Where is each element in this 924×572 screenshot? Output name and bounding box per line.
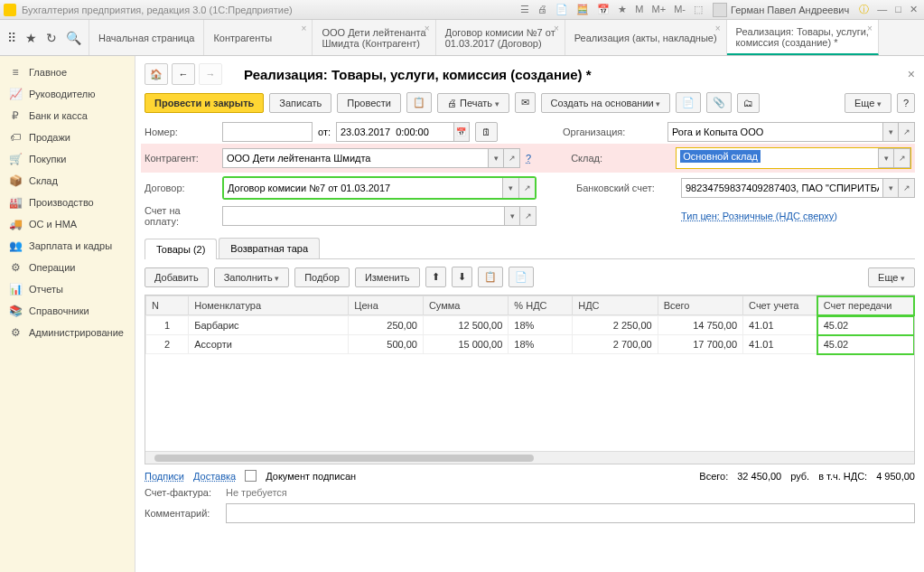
- paste-button[interactable]: 📄: [509, 267, 534, 287]
- sidebar-item-purchases[interactable]: 🛒Покупки: [0, 148, 135, 170]
- sidebar-item-main[interactable]: ≡Главное: [0, 61, 135, 83]
- home-button[interactable]: 🏠: [145, 63, 168, 85]
- sidebar-item-production[interactable]: 🏭Производство: [0, 192, 135, 213]
- col-acc[interactable]: Счет учета: [743, 296, 818, 315]
- number-input[interactable]: [222, 122, 313, 142]
- sidebar-item-bank[interactable]: ₽Банк и касса: [0, 105, 135, 127]
- post-and-close-button[interactable]: Провести и закрыть: [145, 93, 264, 113]
- forward-button[interactable]: →: [199, 63, 222, 85]
- comment-input[interactable]: [226, 503, 915, 523]
- tool-button[interactable]: 🗓: [475, 122, 498, 142]
- open-icon[interactable]: ↗: [518, 178, 535, 198]
- sidebar-item-warehouse[interactable]: 📦Склад: [0, 170, 135, 192]
- move-down-button[interactable]: ⬇: [452, 267, 472, 287]
- tab-start[interactable]: Начальная страница: [89, 20, 204, 55]
- tool-icon[interactable]: ★: [618, 4, 627, 14]
- tool-icon[interactable]: ☰: [520, 4, 529, 14]
- copy-button[interactable]: 📋: [478, 267, 503, 287]
- pay-account-input[interactable]: [222, 206, 504, 226]
- more-button[interactable]: Еще: [868, 267, 915, 287]
- contragent-input[interactable]: [222, 148, 488, 168]
- col-vat[interactable]: НДС: [573, 296, 658, 315]
- back-button[interactable]: ←: [172, 63, 195, 85]
- close-icon[interactable]: ×: [908, 67, 915, 81]
- sidebar-item-reports[interactable]: 📊Отчеты: [0, 278, 135, 300]
- doc-signed-checkbox[interactable]: [245, 470, 257, 482]
- create-based-button[interactable]: Создать на основании: [541, 93, 671, 113]
- search-icon[interactable]: 🔍: [66, 31, 81, 45]
- tool-icon[interactable]: ⬚: [694, 4, 703, 14]
- col-sum[interactable]: Сумма: [423, 296, 508, 315]
- sidebar-item-manager[interactable]: 📈Руководителю: [0, 83, 135, 105]
- post-button[interactable]: Провести: [337, 93, 401, 113]
- sidebar-item-sales[interactable]: 🏷Продажи: [0, 127, 135, 148]
- calendar-icon[interactable]: 📅: [453, 122, 470, 142]
- warehouse-input[interactable]: Основной склад: [677, 148, 878, 168]
- sidebar-item-assets[interactable]: 🚚ОС и НМА: [0, 213, 135, 235]
- tab-contragents[interactable]: ×Контрагенты: [204, 20, 313, 55]
- more-button[interactable]: Еще: [845, 93, 891, 113]
- h-scrollbar[interactable]: [145, 451, 914, 464]
- bank-input[interactable]: [681, 178, 882, 198]
- open-icon[interactable]: ↗: [504, 148, 520, 168]
- dropdown-icon[interactable]: ▾: [502, 178, 518, 198]
- sidebar-item-operations[interactable]: ⚙Операции: [0, 257, 135, 278]
- sign-link[interactable]: Подписи: [145, 471, 184, 482]
- help-button[interactable]: ?: [897, 93, 915, 113]
- contract-input[interactable]: [224, 178, 502, 198]
- dt-icon-button[interactable]: 📋: [406, 92, 432, 113]
- close-icon[interactable]: ×: [867, 23, 873, 33]
- tool-icon[interactable]: M+: [651, 4, 666, 14]
- table-row[interactable]: 1 Барбарис 250,00 12 500,00 18% 2 250,00…: [146, 316, 914, 335]
- fill-button[interactable]: Заполнить: [214, 267, 290, 287]
- tab-goods[interactable]: Товары (2): [145, 239, 217, 259]
- history-icon[interactable]: ↻: [46, 31, 57, 45]
- change-button[interactable]: Изменить: [355, 267, 420, 287]
- maximize-icon[interactable]: □: [895, 4, 901, 14]
- col-name[interactable]: Номенклатура: [189, 296, 349, 315]
- col-n[interactable]: N: [146, 296, 189, 315]
- close-icon[interactable]: ×: [715, 23, 721, 33]
- tab-realization-create[interactable]: ×Реализация: Товары, услуги,комиссия (со…: [727, 20, 879, 55]
- help-link[interactable]: ?: [526, 153, 531, 164]
- dropdown-icon[interactable]: ▾: [488, 148, 504, 168]
- tool-button[interactable]: 🗂: [737, 93, 760, 113]
- col-price[interactable]: Цена: [349, 296, 424, 315]
- sidebar-item-salary[interactable]: 👥Зарплата и кадры: [0, 235, 135, 257]
- tool-icon[interactable]: 🧮: [576, 4, 589, 14]
- tool-icon[interactable]: M: [635, 4, 643, 14]
- mail-button[interactable]: ✉: [515, 92, 536, 113]
- open-icon[interactable]: ↗: [894, 148, 910, 168]
- close-icon[interactable]: ✕: [910, 4, 918, 14]
- table-row[interactable]: 2 Ассорти 500,00 15 000,00 18% 2 700,00 …: [146, 335, 914, 354]
- add-button[interactable]: Добавить: [145, 267, 209, 287]
- date-input[interactable]: [336, 122, 453, 142]
- col-vat-p[interactable]: % НДС: [509, 296, 573, 315]
- open-icon[interactable]: ↗: [520, 206, 537, 226]
- tool-icon[interactable]: M-: [674, 4, 686, 14]
- close-icon[interactable]: ×: [302, 23, 307, 33]
- dropdown-icon[interactable]: ▾: [882, 122, 899, 142]
- dropdown-icon[interactable]: ▾: [504, 206, 520, 226]
- help-icon[interactable]: ⓘ: [859, 4, 869, 14]
- tab-contragent-card[interactable]: ×ООО Дети лейтенантаШмидта (Контрагент): [313, 20, 435, 55]
- close-icon[interactable]: ×: [425, 23, 430, 33]
- user-block[interactable]: Герман Павел Андреевич: [713, 3, 849, 17]
- price-type-link[interactable]: Тип цен: Розничные (НДС сверху): [681, 211, 837, 221]
- sidebar-item-admin[interactable]: ⚙Администрирование: [0, 322, 135, 343]
- org-input[interactable]: [667, 122, 882, 142]
- tab-contract[interactable]: ×Договор комисии №7 от01.03.2017 (Догово…: [436, 20, 565, 55]
- sidebar-item-catalogs[interactable]: 📚Справочники: [0, 300, 135, 322]
- tool-button[interactable]: 📄: [676, 92, 701, 113]
- col-total[interactable]: Всего: [658, 296, 742, 315]
- col-acc2[interactable]: Счет передачи: [817, 296, 913, 315]
- open-icon[interactable]: ↗: [899, 178, 915, 198]
- tool-icon[interactable]: 📄: [555, 4, 568, 14]
- dropdown-icon[interactable]: ▾: [882, 178, 899, 198]
- tool-icon[interactable]: 🖨: [537, 4, 547, 14]
- delivery-link[interactable]: Доставка: [193, 471, 236, 482]
- move-up-button[interactable]: ⬆: [425, 267, 446, 287]
- minimize-icon[interactable]: —: [877, 4, 887, 14]
- open-icon[interactable]: ↗: [899, 122, 915, 142]
- dropdown-icon[interactable]: ▾: [878, 148, 894, 168]
